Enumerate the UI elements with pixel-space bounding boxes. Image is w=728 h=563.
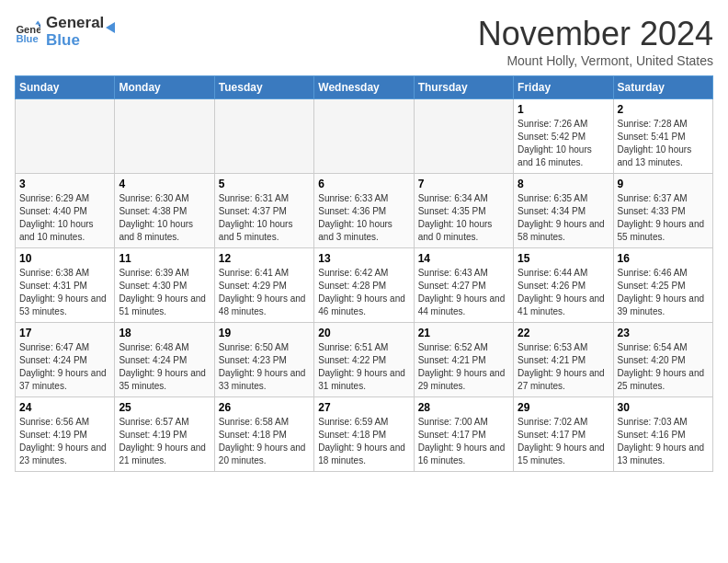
day-info: Sunrise: 6:43 AM Sunset: 4:27 PM Dayligh… bbox=[418, 267, 509, 318]
day-number: 9 bbox=[618, 178, 709, 190]
day-number: 4 bbox=[119, 178, 210, 190]
weekday-header: Sunday bbox=[16, 76, 115, 99]
day-info: Sunrise: 6:44 AM Sunset: 4:26 PM Dayligh… bbox=[518, 267, 609, 318]
calendar-cell: 15Sunrise: 6:44 AM Sunset: 4:26 PM Dayli… bbox=[514, 248, 613, 323]
calendar-cell: 5Sunrise: 6:31 AM Sunset: 4:37 PM Daylig… bbox=[214, 174, 313, 248]
weekday-header: Thursday bbox=[414, 76, 513, 99]
calendar-cell: 8Sunrise: 6:35 AM Sunset: 4:34 PM Daylig… bbox=[514, 174, 613, 248]
calendar-cell: 30Sunrise: 7:03 AM Sunset: 4:16 PM Dayli… bbox=[613, 397, 712, 472]
day-number: 29 bbox=[518, 401, 609, 414]
day-info: Sunrise: 6:39 AM Sunset: 4:30 PM Dayligh… bbox=[119, 267, 210, 318]
day-info: Sunrise: 6:37 AM Sunset: 4:33 PM Dayligh… bbox=[618, 192, 709, 244]
calendar-cell: 1Sunrise: 7:26 AM Sunset: 5:42 PM Daylig… bbox=[514, 99, 613, 174]
calendar-cell bbox=[214, 99, 313, 174]
day-info: Sunrise: 7:02 AM Sunset: 4:17 PM Dayligh… bbox=[518, 416, 609, 467]
calendar-cell: 17Sunrise: 6:47 AM Sunset: 4:24 PM Dayli… bbox=[16, 323, 115, 397]
calendar-cell: 12Sunrise: 6:41 AM Sunset: 4:29 PM Dayli… bbox=[214, 248, 313, 323]
calendar-cell bbox=[414, 99, 513, 174]
calendar-body: 1Sunrise: 7:26 AM Sunset: 5:42 PM Daylig… bbox=[16, 99, 713, 472]
calendar-cell: 3Sunrise: 6:29 AM Sunset: 4:40 PM Daylig… bbox=[16, 174, 115, 248]
day-info: Sunrise: 6:52 AM Sunset: 4:21 PM Dayligh… bbox=[418, 341, 509, 393]
calendar-cell: 19Sunrise: 6:50 AM Sunset: 4:23 PM Dayli… bbox=[214, 323, 313, 397]
day-info: Sunrise: 6:48 AM Sunset: 4:24 PM Dayligh… bbox=[119, 341, 210, 393]
calendar-cell: 23Sunrise: 6:54 AM Sunset: 4:20 PM Dayli… bbox=[613, 323, 712, 397]
day-number: 12 bbox=[219, 252, 310, 265]
weekday-header: Saturday bbox=[613, 76, 712, 99]
day-number: 2 bbox=[618, 103, 709, 116]
weekday-row: SundayMondayTuesdayWednesdayThursdayFrid… bbox=[16, 76, 713, 99]
calendar-cell: 9Sunrise: 6:37 AM Sunset: 4:33 PM Daylig… bbox=[613, 174, 712, 248]
day-number: 22 bbox=[518, 327, 609, 339]
day-number: 10 bbox=[19, 252, 110, 265]
day-number: 26 bbox=[219, 401, 310, 414]
day-number: 11 bbox=[119, 252, 210, 265]
calendar-week-row: 1Sunrise: 7:26 AM Sunset: 5:42 PM Daylig… bbox=[16, 99, 713, 174]
day-number: 17 bbox=[19, 327, 110, 339]
day-number: 7 bbox=[418, 178, 509, 190]
calendar-cell: 14Sunrise: 6:43 AM Sunset: 4:27 PM Dayli… bbox=[414, 248, 513, 323]
day-info: Sunrise: 6:42 AM Sunset: 4:28 PM Dayligh… bbox=[318, 267, 409, 318]
calendar-cell: 10Sunrise: 6:38 AM Sunset: 4:31 PM Dayli… bbox=[16, 248, 115, 323]
day-number: 27 bbox=[318, 401, 409, 414]
day-info: Sunrise: 6:50 AM Sunset: 4:23 PM Dayligh… bbox=[219, 341, 310, 393]
calendar-cell: 20Sunrise: 6:51 AM Sunset: 4:22 PM Dayli… bbox=[314, 323, 414, 397]
day-number: 8 bbox=[518, 178, 609, 190]
svg-marker-2 bbox=[35, 20, 40, 24]
day-number: 3 bbox=[19, 178, 110, 190]
day-number: 13 bbox=[318, 252, 409, 265]
day-info: Sunrise: 6:47 AM Sunset: 4:24 PM Dayligh… bbox=[19, 341, 110, 393]
calendar-week-row: 3Sunrise: 6:29 AM Sunset: 4:40 PM Daylig… bbox=[16, 174, 713, 248]
calendar-cell bbox=[115, 99, 214, 174]
calendar-cell: 16Sunrise: 6:46 AM Sunset: 4:25 PM Dayli… bbox=[613, 248, 712, 323]
day-info: Sunrise: 6:35 AM Sunset: 4:34 PM Dayligh… bbox=[518, 192, 609, 244]
calendar-cell: 26Sunrise: 6:58 AM Sunset: 4:18 PM Dayli… bbox=[214, 397, 313, 472]
day-number: 1 bbox=[518, 103, 609, 116]
calendar-cell: 7Sunrise: 6:34 AM Sunset: 4:35 PM Daylig… bbox=[414, 174, 513, 248]
calendar-cell: 24Sunrise: 6:56 AM Sunset: 4:19 PM Dayli… bbox=[16, 397, 115, 472]
calendar-header: SundayMondayTuesdayWednesdayThursdayFrid… bbox=[16, 76, 713, 99]
day-info: Sunrise: 6:54 AM Sunset: 4:20 PM Dayligh… bbox=[618, 341, 709, 393]
weekday-header: Monday bbox=[115, 76, 214, 99]
weekday-header: Friday bbox=[514, 76, 613, 99]
calendar-table: SundayMondayTuesdayWednesdayThursdayFrid… bbox=[15, 75, 713, 472]
svg-text:Blue: Blue bbox=[16, 33, 38, 44]
calendar-week-row: 24Sunrise: 6:56 AM Sunset: 4:19 PM Dayli… bbox=[16, 397, 713, 472]
day-number: 21 bbox=[418, 327, 509, 339]
calendar-cell: 29Sunrise: 7:02 AM Sunset: 4:17 PM Dayli… bbox=[514, 397, 613, 472]
day-info: Sunrise: 6:34 AM Sunset: 4:35 PM Dayligh… bbox=[418, 192, 509, 244]
month-title: November 2024 bbox=[478, 15, 713, 53]
calendar-cell: 6Sunrise: 6:33 AM Sunset: 4:36 PM Daylig… bbox=[314, 174, 414, 248]
day-info: Sunrise: 7:26 AM Sunset: 5:42 PM Dayligh… bbox=[518, 118, 609, 169]
calendar-cell: 28Sunrise: 7:00 AM Sunset: 4:17 PM Dayli… bbox=[414, 397, 513, 472]
day-number: 25 bbox=[119, 401, 210, 414]
day-number: 6 bbox=[318, 178, 409, 190]
calendar-cell bbox=[314, 99, 414, 174]
day-number: 18 bbox=[119, 327, 210, 339]
day-info: Sunrise: 6:29 AM Sunset: 4:40 PM Dayligh… bbox=[19, 192, 110, 244]
day-info: Sunrise: 6:53 AM Sunset: 4:21 PM Dayligh… bbox=[518, 341, 609, 393]
calendar-cell: 13Sunrise: 6:42 AM Sunset: 4:28 PM Dayli… bbox=[314, 248, 414, 323]
calendar-cell: 22Sunrise: 6:53 AM Sunset: 4:21 PM Dayli… bbox=[514, 323, 613, 397]
day-number: 15 bbox=[518, 252, 609, 265]
day-info: Sunrise: 7:03 AM Sunset: 4:16 PM Dayligh… bbox=[618, 416, 709, 467]
svg-marker-4 bbox=[106, 22, 115, 33]
day-info: Sunrise: 6:46 AM Sunset: 4:25 PM Dayligh… bbox=[618, 267, 709, 318]
day-info: Sunrise: 6:41 AM Sunset: 4:29 PM Dayligh… bbox=[219, 267, 310, 318]
day-number: 16 bbox=[618, 252, 709, 265]
day-number: 30 bbox=[618, 401, 709, 414]
logo: General Blue General Blue bbox=[15, 15, 117, 49]
weekday-header: Tuesday bbox=[214, 76, 313, 99]
day-number: 14 bbox=[418, 252, 509, 265]
day-info: Sunrise: 6:38 AM Sunset: 4:31 PM Dayligh… bbox=[19, 267, 110, 318]
calendar-cell: 2Sunrise: 7:28 AM Sunset: 5:41 PM Daylig… bbox=[613, 99, 712, 174]
day-info: Sunrise: 6:56 AM Sunset: 4:19 PM Dayligh… bbox=[19, 416, 110, 467]
day-info: Sunrise: 6:59 AM Sunset: 4:18 PM Dayligh… bbox=[318, 416, 409, 467]
calendar-cell: 4Sunrise: 6:30 AM Sunset: 4:38 PM Daylig… bbox=[115, 174, 214, 248]
weekday-header: Wednesday bbox=[314, 76, 414, 99]
calendar-week-row: 17Sunrise: 6:47 AM Sunset: 4:24 PM Dayli… bbox=[16, 323, 713, 397]
day-info: Sunrise: 6:33 AM Sunset: 4:36 PM Dayligh… bbox=[318, 192, 409, 244]
title-area: November 2024 Mount Holly, Vermont, Unit… bbox=[478, 15, 713, 68]
day-info: Sunrise: 6:31 AM Sunset: 4:37 PM Dayligh… bbox=[219, 192, 310, 244]
calendar-cell: 18Sunrise: 6:48 AM Sunset: 4:24 PM Dayli… bbox=[115, 323, 214, 397]
day-number: 24 bbox=[19, 401, 110, 414]
